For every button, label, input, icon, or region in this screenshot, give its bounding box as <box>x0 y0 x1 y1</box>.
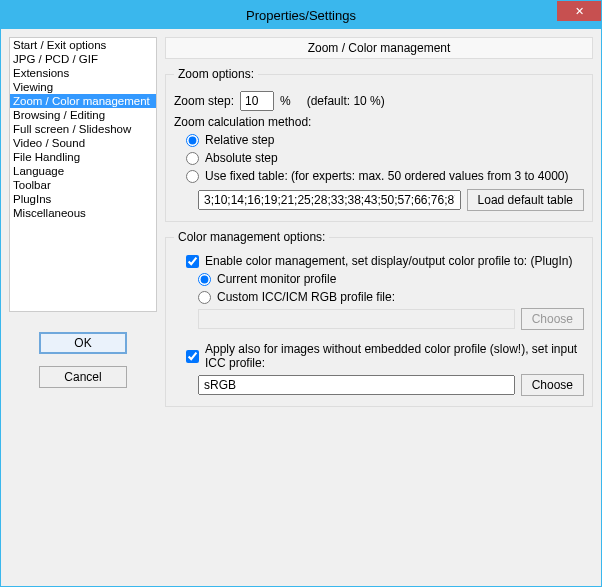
list-item[interactable]: Miscellaneous <box>10 206 156 220</box>
zoom-calc-label: Zoom calculation method: <box>174 115 311 129</box>
radio-custom-profile[interactable] <box>198 291 211 304</box>
enable-cm-label: Enable color management, set display/out… <box>205 254 573 268</box>
radio-current-monitor-label: Current monitor profile <box>217 272 336 286</box>
list-item[interactable]: Browsing / Editing <box>10 108 156 122</box>
list-item[interactable]: Viewing <box>10 80 156 94</box>
radio-relative-row: Relative step <box>186 133 584 147</box>
radio-absolute-label: Absolute step <box>205 151 278 165</box>
list-item[interactable]: Video / Sound <box>10 136 156 150</box>
radio-absolute[interactable] <box>186 152 199 165</box>
settings-category-list[interactable]: Start / Exit optionsJPG / PCD / GIFExten… <box>9 37 157 312</box>
apply-input-icc-label: Apply also for images without embedded c… <box>205 342 584 370</box>
load-default-table-button[interactable]: Load default table <box>467 189 584 211</box>
radio-absolute-row: Absolute step <box>186 151 584 165</box>
close-button[interactable]: ✕ <box>557 1 601 21</box>
list-item[interactable]: PlugIns <box>10 192 156 206</box>
zoom-step-label: Zoom step: <box>174 94 234 108</box>
right-column: Zoom / Color management Zoom options: Zo… <box>165 37 593 578</box>
list-item[interactable]: Start / Exit options <box>10 38 156 52</box>
radio-custom-row: Custom ICC/ICM RGB profile file: <box>198 290 584 304</box>
choose-display-profile-button: Choose <box>521 308 584 330</box>
enable-cm-row: Enable color management, set display/out… <box>186 254 584 268</box>
dialog-window: Properties/Settings ✕ Start / Exit optio… <box>0 0 602 587</box>
radio-current-monitor[interactable] <box>198 273 211 286</box>
close-icon: ✕ <box>575 5 584 18</box>
input-icc-value-input[interactable] <box>198 375 515 395</box>
zoom-step-default-hint: (default: 10 %) <box>307 94 385 108</box>
fixed-table-row: Load default table <box>198 189 584 211</box>
zoom-calc-label-row: Zoom calculation method: <box>174 115 584 129</box>
content-area: Start / Exit optionsJPG / PCD / GIFExten… <box>1 29 601 586</box>
enable-cm-checkbox[interactable] <box>186 255 199 268</box>
list-item[interactable]: Extensions <box>10 66 156 80</box>
zoom-options-legend: Zoom options: <box>174 67 258 81</box>
fixed-table-input[interactable] <box>198 190 461 210</box>
list-item[interactable]: Zoom / Color management <box>10 94 156 108</box>
custom-profile-file-row: Choose <box>198 308 584 330</box>
radio-relative-label: Relative step <box>205 133 274 147</box>
apply-input-icc-row: Apply also for images without embedded c… <box>186 342 584 370</box>
window-title: Properties/Settings <box>246 8 356 23</box>
color-management-group: Color management options: Enable color m… <box>165 230 593 407</box>
left-column: Start / Exit optionsJPG / PCD / GIFExten… <box>9 37 157 578</box>
list-item[interactable]: JPG / PCD / GIF <box>10 52 156 66</box>
input-icc-row: Choose <box>198 374 584 396</box>
color-management-legend: Color management options: <box>174 230 329 244</box>
choose-input-icc-button[interactable]: Choose <box>521 374 584 396</box>
zoom-step-row: Zoom step: % (default: 10 %) <box>174 91 584 111</box>
custom-profile-path-input <box>198 309 515 329</box>
cancel-button[interactable]: Cancel <box>39 366 127 388</box>
zoom-step-input[interactable] <box>240 91 274 111</box>
list-item[interactable]: Language <box>10 164 156 178</box>
zoom-options-group: Zoom options: Zoom step: % (default: 10 … <box>165 67 593 222</box>
dialog-buttons: OK Cancel <box>9 332 157 388</box>
ok-button[interactable]: OK <box>39 332 127 354</box>
radio-fixed[interactable] <box>186 170 199 183</box>
apply-input-icc-checkbox[interactable] <box>186 350 199 363</box>
titlebar: Properties/Settings ✕ <box>1 1 601 29</box>
zoom-step-suffix: % <box>280 94 291 108</box>
list-item[interactable]: Full screen / Slideshow <box>10 122 156 136</box>
radio-fixed-label: Use fixed table: (for experts: max. 50 o… <box>205 169 569 183</box>
radio-relative[interactable] <box>186 134 199 147</box>
list-item[interactable]: File Handling <box>10 150 156 164</box>
radio-custom-profile-label: Custom ICC/ICM RGB profile file: <box>217 290 395 304</box>
list-item[interactable]: Toolbar <box>10 178 156 192</box>
panel-header: Zoom / Color management <box>165 37 593 59</box>
radio-fixed-row: Use fixed table: (for experts: max. 50 o… <box>186 169 584 183</box>
radio-monitor-row: Current monitor profile <box>198 272 584 286</box>
